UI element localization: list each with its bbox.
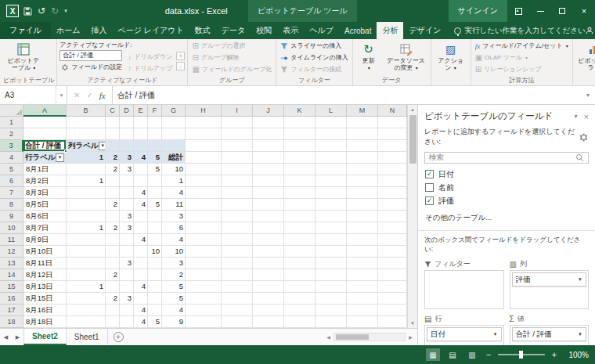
cell-N5[interactable] [378,164,407,175]
cell-H6[interactable] [186,175,222,187]
cell-I13[interactable] [222,258,253,269]
cell-A1[interactable] [23,117,67,128]
ungroup-button[interactable]: ⊟グループ解除 [190,52,273,63]
cell-N7[interactable] [378,187,407,199]
cell-N18[interactable] [378,316,407,328]
cell-L3[interactable] [316,140,347,152]
panel-close-icon[interactable]: × [584,112,589,121]
cell-C9[interactable] [106,211,120,222]
cell-A2[interactable] [23,128,67,140]
cell-A11[interactable]: 8月9日 [23,234,67,246]
cell-H5[interactable] [186,164,222,175]
redo-icon[interactable]: ↻ [51,6,59,16]
column-header-C[interactable]: C [106,105,120,117]
cell-J18[interactable] [253,316,284,328]
cell-E9[interactable] [134,211,148,222]
search-input[interactable]: 検索 [424,152,589,164]
cell-F7[interactable] [148,187,162,199]
field-chip-日付[interactable]: 日付▼ [427,327,502,341]
column-labels-filter-dropdown[interactable]: ▼ [99,142,106,150]
cell-N2[interactable] [378,128,407,140]
cell-G14[interactable]: 2 [162,269,186,281]
sheet-tab-sheet2[interactable]: Sheet2 [23,329,67,345]
cell-B4[interactable]: 1 [67,152,106,164]
cell-B16[interactable] [67,293,106,305]
cell-L6[interactable] [316,175,347,187]
cell-N10[interactable] [378,222,407,234]
zoom-slider-thumb[interactable] [519,351,523,359]
column-header-A[interactable]: A [23,105,67,117]
cell-H1[interactable] [186,117,222,128]
cell-L8[interactable] [316,199,347,211]
cell-C17[interactable] [106,305,120,316]
cell-A18[interactable]: 8月18日 [23,316,67,328]
cell-D13[interactable]: 3 [120,258,134,269]
cell-I14[interactable] [222,269,253,281]
cell-L14[interactable] [316,269,347,281]
fill-handle[interactable] [64,150,67,153]
cell-J16[interactable] [253,293,284,305]
pivotchart-button[interactable]: ピボットグラフ [575,40,595,76]
cell-M3[interactable] [347,140,378,152]
cell-I12[interactable] [222,246,253,258]
field-chip-評価[interactable]: 評価▼ [512,272,587,287]
cell-L5[interactable] [316,164,347,175]
column-header-N[interactable]: N [378,105,407,117]
row-header-7[interactable]: 7 [0,187,23,199]
cell-G6[interactable]: 1 [162,175,186,187]
cell-M13[interactable] [347,258,378,269]
cell-M8[interactable] [347,199,378,211]
field-checkbox[interactable] [425,183,434,192]
cell-J2[interactable] [253,128,284,140]
vertical-scrollbar[interactable]: ▲ ▼ [407,105,417,328]
cell-N16[interactable] [378,293,407,305]
horizontal-scrollbar-thumb[interactable] [336,334,369,340]
values-drop-zone[interactable]: 合計 / 評価▼ [510,325,590,345]
cell-J3[interactable] [253,140,284,152]
cell-J12[interactable] [253,246,284,258]
sheet-nav-left-icon[interactable]: ◀ [0,329,12,345]
insert-function-icon[interactable]: fx [99,91,106,100]
olap-tools-button[interactable]: ▣OLAP ツール▾ [474,52,570,63]
chip-dropdown-icon[interactable]: ▼ [578,277,582,282]
chip-dropdown-icon[interactable]: ▼ [493,332,498,337]
cell-D7[interactable] [120,187,134,199]
pivottable-options-button[interactable]: ピボットテーブル ▾ [3,40,44,76]
cell-H14[interactable] [186,269,222,281]
row-header-6[interactable]: 6 [0,175,23,187]
cell-M4[interactable] [347,152,378,164]
cell-C1[interactable] [106,117,120,128]
cell-F4[interactable]: 5 [148,152,162,164]
formula-bar-expand-icon[interactable]: ▼ [581,86,595,104]
cell-I3[interactable] [222,140,253,152]
cell-I5[interactable] [222,164,253,175]
cell-G18[interactable]: 9 [162,316,186,328]
cell-C18[interactable] [106,316,120,328]
cell-D2[interactable] [120,128,134,140]
cell-D9[interactable]: 3 [120,211,134,222]
cell-K3[interactable] [284,140,316,152]
insert-timeline-button[interactable]: タイムラインの挿入 [279,52,349,63]
cell-G7[interactable]: 4 [162,187,186,199]
more-tables-link[interactable]: その他のテーブル... [418,207,595,226]
cell-B2[interactable] [67,128,106,140]
cell-D3[interactable] [120,140,134,152]
cell-E12[interactable] [134,246,148,258]
cell-C6[interactable] [106,175,120,187]
cell-I6[interactable] [222,175,253,187]
cell-F3[interactable] [148,140,162,152]
row-header-5[interactable]: 5 [0,164,23,175]
cell-J5[interactable] [253,164,284,175]
tab-file[interactable]: ファイル [0,22,51,39]
cell-G15[interactable]: 5 [162,281,186,293]
cell-H4[interactable] [186,152,222,164]
row-header-17[interactable]: 17 [0,305,23,316]
cell-F13[interactable] [148,258,162,269]
cell-C15[interactable] [106,281,120,293]
columns-drop-zone[interactable]: 評価▼ [510,270,590,309]
customize-qat-icon[interactable]: ▾ [64,8,67,14]
cell-B5[interactable] [67,164,106,175]
cell-H10[interactable] [186,222,222,234]
cell-D17[interactable] [120,305,134,316]
cell-H12[interactable] [186,246,222,258]
